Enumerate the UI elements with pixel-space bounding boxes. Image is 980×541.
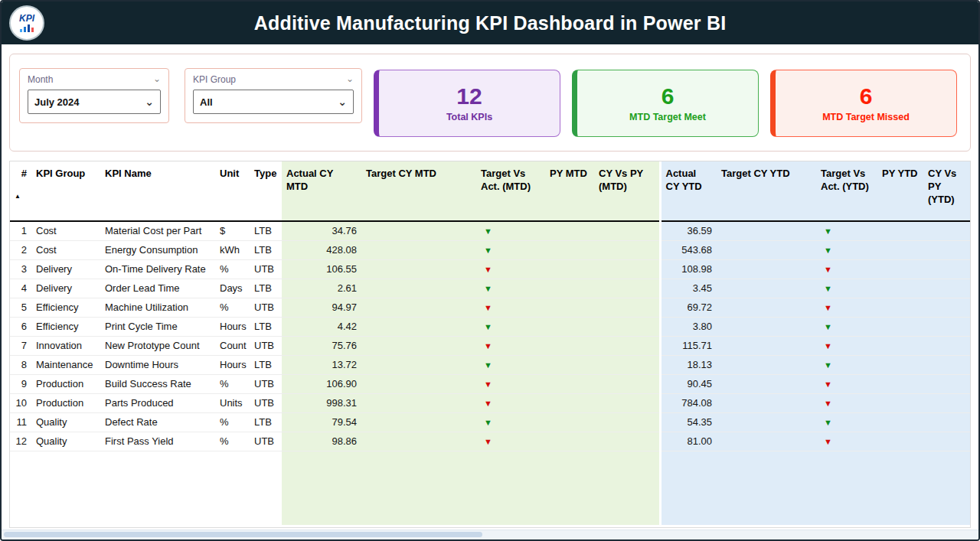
target-vs-act-mtd: ▼ — [476, 355, 545, 374]
col-header-py-ytd[interactable]: PY YTD — [877, 161, 923, 221]
target-vs-act-mtd: ▼ — [476, 221, 545, 240]
kpi-group-dropdown[interactable]: All ⌄ — [193, 90, 354, 114]
mtd-target-missed-card: 6 MTD Target Missed — [770, 70, 957, 137]
chevron-down-icon[interactable]: ⌄ — [346, 77, 354, 82]
filler-cell — [594, 451, 660, 525]
target-cy-mtd — [361, 336, 476, 355]
type: UTB — [250, 374, 282, 393]
table-row[interactable]: 1CostMaterial Cost per Part$LTB34.76▼36.… — [10, 221, 971, 240]
kpi-name: Parts Produced — [100, 393, 215, 412]
col-header-target-vs-act-ytd[interactable]: Target Vs Act. (YTD) — [816, 161, 877, 221]
col-header-target-vs-act-mtd[interactable]: Target Vs Act. (MTD) — [476, 161, 545, 221]
filler-cell — [660, 451, 717, 525]
total-kpis-card: 12 Total KPIs — [374, 70, 560, 137]
kpi-name: Order Lead Time — [100, 279, 215, 298]
scrollbar-thumb[interactable] — [4, 532, 482, 537]
down-arrow-icon: ▼ — [824, 418, 832, 427]
col-header-target-cy-mtd[interactable]: Target CY MTD — [361, 161, 476, 221]
unit: Hours — [215, 355, 250, 374]
mtd-target-meet-value: 6 — [662, 85, 675, 108]
col-header-type[interactable]: Type — [250, 161, 282, 221]
target-vs-act-mtd: ▼ — [476, 259, 545, 279]
down-arrow-icon: ▼ — [824, 227, 832, 236]
chevron-down-icon[interactable]: ⌄ — [153, 77, 161, 82]
table-row[interactable]: 5EfficiencyMachine Utilization%UTB94.97▼… — [10, 298, 971, 317]
actual-cy-mtd: 94.97 — [282, 298, 361, 317]
unit: Days — [215, 279, 250, 298]
py-ytd — [877, 317, 923, 336]
col-header-cy-vs-py-mtd[interactable]: CY Vs PY (MTD) — [594, 161, 660, 221]
unit: % — [215, 374, 250, 393]
target-vs-act-mtd: ▼ — [476, 412, 545, 432]
table-row[interactable]: 9ProductionBuild Success Rate%UTB106.90▼… — [10, 374, 971, 393]
py-mtd — [545, 317, 594, 336]
kpi-name: Defect Rate — [100, 412, 215, 432]
col-header-actual-cy-ytd[interactable]: Actual CY YTD — [660, 161, 717, 221]
filler-cell — [476, 451, 545, 525]
table-row[interactable]: 8MaintenanceDowntime HoursHoursLTB13.72▼… — [10, 355, 971, 374]
actual-cy-mtd: 998.31 — [282, 393, 361, 412]
table-header-row: #▲KPI GroupKPI NameUnitTypeActual CY MTD… — [10, 161, 971, 221]
actual-cy-mtd: 79.54 — [282, 412, 361, 432]
actual-cy-mtd: 34.76 — [282, 221, 361, 240]
target-vs-act-mtd: ▼ — [476, 336, 545, 355]
py-ytd — [877, 259, 923, 279]
mtd-target-missed-label: MTD Target Missed — [822, 112, 910, 122]
month-dropdown[interactable]: July 2024 ⌄ — [28, 90, 161, 114]
py-mtd — [545, 336, 594, 355]
col-header-unit[interactable]: Unit — [215, 161, 250, 221]
py-ytd — [877, 240, 923, 259]
unit: Count — [215, 336, 250, 355]
target-vs-act-ytd: ▼ — [816, 259, 877, 279]
mtd-target-missed-value: 6 — [860, 85, 873, 108]
col-header-kpi-group[interactable]: KPI Group — [31, 161, 100, 221]
table-row[interactable]: 4DeliveryOrder Lead TimeDaysLTB2.61▼3.45… — [10, 279, 971, 298]
table-row[interactable]: 7InnovationNew Prototype CountCountUTB75… — [10, 336, 971, 355]
down-arrow-icon: ▼ — [484, 380, 492, 389]
table-row[interactable]: 11QualityDefect Rate%LTB79.54▼54.35▼ — [10, 412, 971, 432]
filler-cell — [10, 451, 31, 525]
target-cy-mtd — [361, 393, 476, 412]
col-header-actual-cy-mtd[interactable]: Actual CY MTD — [282, 161, 361, 221]
down-arrow-icon: ▼ — [824, 246, 832, 255]
cy-vs-py-mtd — [594, 393, 660, 412]
py-mtd — [545, 221, 594, 240]
kpi-name: Print Cycle Time — [100, 317, 215, 336]
cy-vs-py-ytd — [923, 336, 971, 355]
row-number: 2 — [10, 240, 31, 259]
type: UTB — [250, 298, 282, 317]
table-row[interactable]: 6EfficiencyPrint Cycle TimeHoursLTB4.42▼… — [10, 317, 971, 336]
py-ytd — [877, 374, 923, 393]
table-row[interactable]: 3DeliveryOn-Time Delivery Rate%UTB106.55… — [10, 259, 971, 279]
unit: % — [215, 412, 250, 432]
actual-cy-ytd: 115.71 — [660, 336, 717, 355]
month-slicer: Month ⌄ July 2024 ⌄ — [19, 68, 169, 123]
col-header-py-mtd[interactable]: PY MTD — [545, 161, 594, 221]
kpi-group-slicer: KPI Group ⌄ All ⌄ — [185, 68, 362, 123]
table-row[interactable]: 2CostEnergy ConsumptionkWhLTB428.08▼543.… — [10, 240, 971, 259]
target-vs-act-mtd: ▼ — [476, 374, 545, 393]
cy-vs-py-mtd — [594, 412, 660, 432]
chevron-down-icon: ⌄ — [338, 99, 347, 105]
target-vs-act-mtd: ▼ — [476, 317, 545, 336]
col-header-target-cy-ytd[interactable]: Target CY YTD — [717, 161, 816, 221]
horizontal-scrollbar[interactable] — [2, 530, 978, 539]
down-arrow-icon: ▼ — [824, 399, 832, 408]
logo-chart-icon — [20, 24, 34, 32]
mtd-target-meet-label: MTD Target Meet — [629, 112, 706, 122]
filler-cell — [877, 451, 923, 525]
col-header-cy-vs-py-ytd[interactable]: CY Vs PY (YTD) — [923, 161, 971, 221]
table-row[interactable]: 12QualityFirst Pass Yield%UTB98.86▼81.00… — [10, 432, 971, 451]
actual-cy-ytd: 3.80 — [660, 317, 717, 336]
target-vs-act-mtd: ▼ — [476, 393, 545, 412]
table-row[interactable]: 10ProductionParts ProducedUnitsUTB998.31… — [10, 393, 971, 412]
kpi-group-slicer-label: KPI Group — [193, 74, 236, 85]
col-header-kpi-name[interactable]: KPI Name — [100, 161, 215, 221]
cy-vs-py-mtd — [594, 259, 660, 279]
col-header-row-number[interactable]: #▲ — [10, 161, 31, 221]
down-arrow-icon: ▼ — [824, 341, 832, 350]
dashboard-page: KPI Additive Manufacturing KPI Dashboard… — [0, 0, 980, 541]
down-arrow-icon: ▼ — [824, 303, 832, 312]
month-slicer-label: Month — [28, 74, 53, 85]
filler-cell — [816, 451, 877, 525]
